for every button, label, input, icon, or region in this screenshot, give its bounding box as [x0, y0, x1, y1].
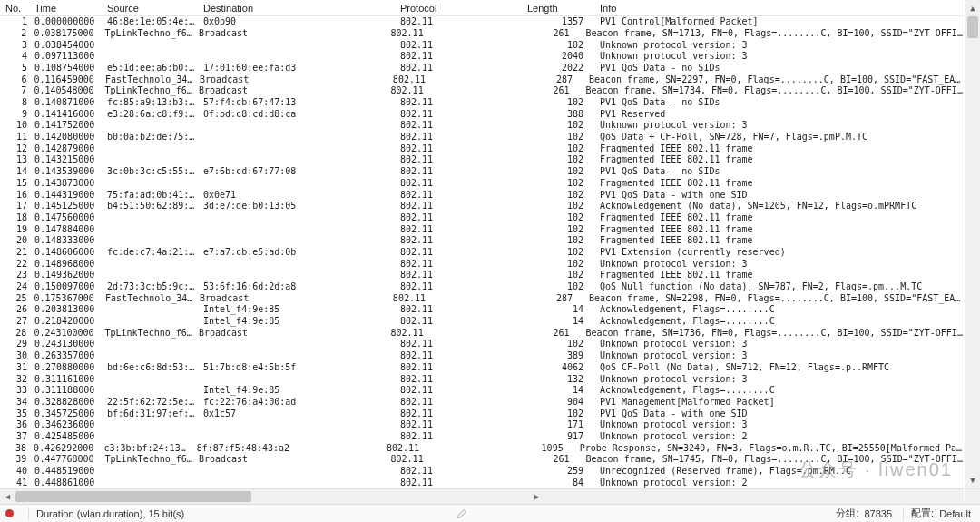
scroll-up-icon[interactable]: ▲ [965, 0, 980, 15]
col-header-time[interactable]: Time [29, 1, 102, 15]
table-row[interactable]: 200.148333000802.11102Fragmented IEEE 80… [0, 235, 964, 247]
cell-info: Beacon frame, SN=1734, FN=0, Flags=.....… [581, 85, 965, 96]
table-row[interactable]: 280.243100000TpLinkTechno_f6:8d:…Broadca… [0, 328, 964, 340]
hscroll-track[interactable] [15, 491, 529, 502]
cell-source: FastTechnolo_34:ea:… [100, 74, 194, 85]
table-row[interactable]: 60.116459000FastTechnolo_34:ea:…Broadcas… [0, 74, 964, 85]
cell-time: 0.270880000 [29, 362, 102, 373]
cell-info: Fragmented IEEE 802.11 frame [594, 154, 964, 165]
cell-no: 39 [0, 454, 28, 465]
cell-time: 0.426292000 [28, 443, 98, 454]
table-row[interactable]: 240.1500970002d:73:3c:b5:9c:6753:6f:16:6… [0, 281, 964, 293]
table-row[interactable]: 190.147884000802.11102Fragmented IEEE 80… [0, 223, 964, 235]
cell-length: 261 [509, 328, 580, 339]
cell-length: 102 [522, 259, 594, 270]
table-row[interactable]: 130.143215000802.11102Fragmented IEEE 80… [0, 154, 964, 166]
cell-length: 389 [522, 350, 594, 361]
table-row[interactable]: 160.14431900075:fa:ad:0b:41:d40x0e71802.… [0, 189, 964, 201]
vscroll-thumb[interactable] [967, 16, 978, 38]
cell-protocol: 802.11 [395, 397, 522, 408]
table-row[interactable]: 330.311188000Intel_f4:9e:85802.1114Ackno… [0, 385, 964, 397]
table-row[interactable]: 120.142879000802.11102Fragmented IEEE 80… [0, 143, 964, 155]
table-row[interactable]: 390.447768000TpLinkTechno_f6:8d:…Broadca… [0, 454, 964, 466]
column-headers[interactable]: No. Time Source Destination Protocol Len… [0, 0, 964, 16]
table-row[interactable]: 310.270880000bd:6e:c6:8d:53:1951:7b:d8:e… [0, 362, 964, 374]
cell-length: 388 [522, 109, 594, 120]
table-row[interactable]: 260.203813000Intel_f4:9e:85802.1114Ackno… [0, 304, 964, 316]
col-header-no[interactable]: No. [0, 1, 29, 15]
cell-length: 4062 [522, 362, 594, 373]
cell-info: PV1 QoS Data - no SIDs [594, 166, 964, 177]
cell-length: 259 [522, 466, 594, 477]
cell-info: Unknown protocol version: 2 [594, 431, 964, 442]
col-header-length[interactable]: Length [522, 1, 594, 15]
table-row[interactable]: 340.32882800022:5f:62:72:5e:2ffc:22:76:a… [0, 397, 964, 409]
table-row[interactable]: 180.147560000802.11102Fragmented IEEE 80… [0, 212, 964, 224]
table-row[interactable]: 90.141416000e3:28:6a:c8:f9:710f:bd:c8:cd… [0, 109, 964, 121]
cell-no: 8 [0, 97, 29, 108]
scroll-down-icon[interactable]: ▼ [965, 472, 980, 488]
pencil-icon[interactable] [456, 508, 467, 519]
table-row[interactable]: 150.143873000802.11102Fragmented IEEE 80… [0, 178, 964, 190]
table-row[interactable]: 100.141752000802.11102Unknown protocol v… [0, 120, 964, 132]
cell-info: Unknown protocol version: 3 [594, 259, 964, 270]
table-row[interactable]: 230.149362000802.11102Fragmented IEEE 80… [0, 270, 964, 281]
cell-length: 1095 [504, 443, 574, 454]
table-row[interactable]: 370.425485000802.11917Unknown protocol v… [0, 431, 964, 443]
cell-length: 102 [522, 166, 594, 177]
col-header-destination[interactable]: Destination [198, 1, 395, 15]
profile-value: Default [939, 508, 971, 519]
horizontal-scrollbar[interactable]: ◀ ▶ [0, 489, 544, 504]
cell-source: e5:1d:ee:a6:b0:87 [102, 63, 198, 74]
cell-destination: 0x0e71 [198, 190, 395, 201]
cell-time: 0.346236000 [29, 419, 102, 430]
table-row[interactable]: 410.448861000802.1184Unknown protocol ve… [0, 478, 964, 488]
cell-protocol: 802.11 [395, 154, 522, 165]
table-row[interactable]: 140.1435390003c:0b:3c:c5:55:dfe7:6b:cd:6… [0, 166, 964, 178]
table-row[interactable]: 40.097113000802.112040Unknown protocol v… [0, 51, 964, 63]
hscroll-empty [544, 489, 964, 504]
table-row[interactable]: 320.311161000802.11132Unknown protocol v… [0, 373, 964, 385]
table-row[interactable]: 250.175367000FastTechnolo_34:ea:…Broadca… [0, 293, 964, 305]
statusbar-separator [903, 507, 904, 520]
cell-source: fc:de:c7:4a:21:f3 [102, 247, 198, 258]
cell-time: 0.141416000 [29, 109, 102, 120]
cell-destination: e7:6b:cd:67:77:08 [198, 166, 395, 177]
cell-info: PV1 Management[Malformed Packet] [594, 397, 964, 408]
cell-destination: fc:22:76:a4:00:ad [198, 397, 395, 408]
table-row[interactable]: 290.243130000802.11102Unknown protocol v… [0, 339, 964, 350]
table-row[interactable]: 80.140871000fc:85:a9:13:b3:0757:f4:cb:67… [0, 97, 964, 109]
table-row[interactable]: 360.346236000802.11171Unknown protocol v… [0, 419, 964, 431]
cell-no: 33 [0, 385, 29, 396]
cell-protocol: 802.11 [395, 235, 522, 246]
table-row[interactable]: 270.218420000Intel_f4:9e:85802.1114Ackno… [0, 316, 964, 328]
table-row[interactable]: 50.108754000e5:1d:ee:a6:b0:8717:01:60:ee… [0, 63, 964, 74]
table-row[interactable]: 70.140548000TpLinkTechno_f6:8d:…Broadcas… [0, 85, 964, 97]
cell-length: 261 [509, 28, 580, 39]
table-row[interactable]: 400.448519000802.11259Unrecognized (Rese… [0, 466, 964, 478]
cell-source: 22:5f:62:72:5e:2f [102, 397, 198, 408]
table-row[interactable]: 380.426292000c3:3b:bf:24:13:d98f:87:f5:4… [0, 442, 964, 454]
col-header-source[interactable]: Source [102, 1, 198, 15]
expert-info-icon[interactable] [5, 509, 14, 517]
table-row[interactable]: 20.038175000TpLinkTechno_f6:8d:…Broadcas… [0, 28, 964, 40]
vertical-scrollbar[interactable]: ▲ ▼ [965, 0, 980, 488]
table-row[interactable]: 170.145125000b4:51:50:62:89:ba3d:e7:de:b… [0, 201, 964, 212]
profile-indicator[interactable]: 配置: Default [911, 507, 971, 520]
col-header-protocol[interactable]: Protocol [395, 1, 522, 15]
table-row[interactable]: 300.263357000802.11389Unknown protocol v… [0, 350, 964, 362]
table-row[interactable]: 350.345725000bf:6d:31:97:ef:860x1c57802.… [0, 408, 964, 419]
table-row[interactable]: 210.148606000fc:de:c7:4a:21:f3e7:a7:cb:e… [0, 247, 964, 259]
col-header-info[interactable]: Info [594, 1, 964, 15]
table-row[interactable]: 30.038454000802.11102Unknown protocol ve… [0, 39, 964, 51]
table-row[interactable]: 220.148968000802.11102Unknown protocol v… [0, 258, 964, 270]
hscroll-thumb[interactable] [15, 491, 251, 502]
cell-time: 0.000000000 [29, 16, 102, 27]
table-row[interactable]: 110.142080000b0:0a:b2:de:75:f4802.11102Q… [0, 132, 964, 143]
scroll-right-icon[interactable]: ▶ [529, 489, 544, 504]
cell-time: 0.175367000 [29, 293, 101, 304]
cell-destination: Intel_f4:9e:85 [198, 316, 395, 327]
cell-time: 0.145125000 [29, 201, 102, 212]
table-row[interactable]: 10.00000000046:8e:1e:05:4e:160x0b90802.1… [0, 16, 964, 28]
scroll-left-icon[interactable]: ◀ [0, 489, 15, 504]
